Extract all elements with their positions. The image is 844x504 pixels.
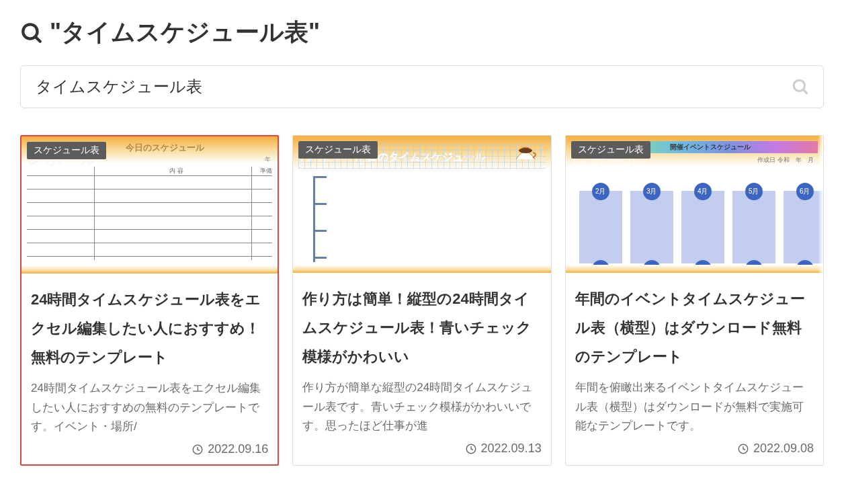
thumb-year-label: 年 (265, 155, 271, 164)
category-badge: スケジュール表 (298, 141, 378, 159)
card-date-text: 2022.09.16 (208, 442, 268, 456)
svg-line-1 (36, 36, 40, 41)
category-badge: スケジュール表 (571, 141, 650, 159)
clock-icon (465, 443, 477, 455)
clock-icon (192, 444, 204, 456)
search-input[interactable] (20, 65, 824, 108)
page-title-text: "タイムスケジュール表" (50, 16, 320, 49)
card-title: 年間のイベントタイムスケジュール表（横型）はダウンロード無料のテンプレート (575, 285, 814, 372)
result-card[interactable]: スケジュール表 レポール 開催イベントスケジュール 作成日 令和 年 月 2月 … (565, 135, 824, 466)
card-date: 2022.09.16 (31, 442, 268, 456)
coffee-cup-icon (513, 142, 538, 165)
card-description: 年間を俯瞰出来るイベントタイムスケジュール表（横型）はダウンロードが無料で実施可… (575, 378, 814, 437)
card-title: 24時間タイムスケジュール表をエクセル編集したい人におすすめ！無料のテンプレート (31, 286, 268, 372)
search-icon (20, 22, 43, 44)
clock-icon (737, 443, 749, 455)
card-date-text: 2022.09.08 (753, 442, 814, 456)
page-title: "タイムスケジュール表" (20, 16, 824, 49)
card-date: 2022.09.13 (302, 442, 541, 456)
thumb-heading: 今日のスケジュール (126, 142, 204, 154)
card-date-text: 2022.09.13 (481, 442, 542, 456)
card-description: 24時間タイムスケジュール表をエクセル編集したい人におすすめの無料のテンプレート… (31, 379, 268, 437)
card-description: 作り方が簡単な縦型の24時間タイムスケジュール表です。青いチェック模様がかわいい… (302, 378, 541, 437)
result-card[interactable]: スケジュール表 レポール 日のタイムスケジュール (292, 135, 551, 466)
category-badge: スケジュール表 (27, 142, 106, 159)
search-icon (792, 78, 809, 95)
results-grid: スケジュール表 レポール 今日のスケジュール 年 内 容 準備 24時 (20, 135, 824, 466)
card-date: 2022.09.08 (575, 442, 814, 456)
search-bar (20, 65, 824, 108)
thumb-subdate: 作成日 令和 年 月 (757, 156, 814, 165)
svg-line-3 (803, 89, 806, 93)
thumb-heading: 日のタイムスケジュール (367, 151, 485, 165)
result-card[interactable]: スケジュール表 レポール 今日のスケジュール 年 内 容 準備 24時 (20, 135, 279, 466)
search-button[interactable] (789, 75, 812, 98)
card-title: 作り方は簡単！縦型の24時間タイムスケジュール表！青いチェック模様がかわいい (302, 285, 541, 372)
